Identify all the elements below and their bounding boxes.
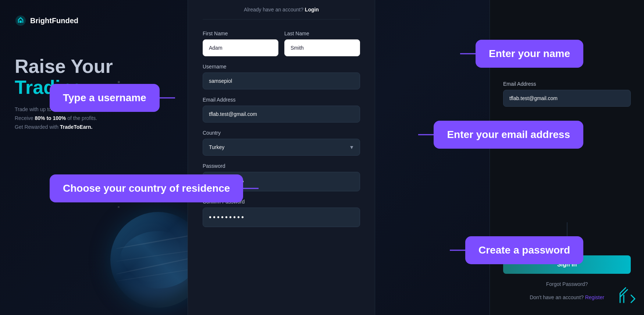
- country-select[interactable]: Turkey United States United Kingdom Germ…: [203, 139, 360, 156]
- username-label: Username: [203, 64, 360, 70]
- tooltip-create-password: Create a password: [465, 236, 583, 264]
- logo-icon: [15, 15, 26, 26]
- login-email-input[interactable]: [503, 90, 631, 107]
- last-name-group: Last Name: [284, 31, 360, 56]
- username-group: Username: [203, 64, 360, 89]
- email-input[interactable]: [203, 106, 360, 123]
- last-name-input[interactable]: [284, 39, 360, 56]
- last-name-label: Last Name: [284, 31, 360, 36]
- bottom-right-icon: [618, 286, 637, 308]
- tooltip-enter-email: Enter your email address: [434, 121, 583, 149]
- hero-title-white: Raise Your: [15, 56, 113, 77]
- login-link[interactable]: Login: [305, 7, 319, 13]
- left-panel: BrightFunded Raise Your Trading Trade wi…: [0, 0, 188, 315]
- email-label: Email Address: [203, 97, 360, 103]
- password-label: Password: [203, 163, 360, 169]
- register-form-panel: Already have an account? Login First Nam…: [188, 0, 375, 315]
- country-group: Country Turkey United States United King…: [203, 130, 360, 156]
- tooltip-choose-country: Choose your country of residence: [50, 174, 243, 202]
- country-label: Country: [203, 130, 360, 136]
- email-group: Email Address: [203, 97, 360, 123]
- connector-enter-email: [418, 134, 434, 135]
- first-name-input[interactable]: [203, 39, 278, 56]
- connector-type-username: [160, 98, 175, 99]
- connector-enter-name: [460, 53, 476, 54]
- confirm-password-input[interactable]: [203, 208, 360, 227]
- logo-text: BrightFunded: [30, 17, 78, 25]
- logo-area: BrightFunded: [15, 15, 173, 26]
- register-link[interactable]: Register: [585, 294, 604, 300]
- login-email-label: Email Address: [503, 81, 631, 87]
- first-name-group: First Name: [203, 31, 278, 56]
- forgot-password-link[interactable]: Forgot Password?: [503, 281, 631, 287]
- first-name-label: First Name: [203, 31, 278, 36]
- name-row: First Name Last Name: [203, 31, 360, 56]
- connector-create-password: [450, 250, 465, 251]
- username-input[interactable]: [203, 72, 360, 89]
- connector-choose-country: [243, 188, 259, 189]
- tooltip-type-username: Type a username: [50, 84, 160, 112]
- country-select-wrapper: Turkey United States United Kingdom Germ…: [203, 139, 360, 156]
- tooltip-enter-name: Enter your name: [476, 40, 583, 68]
- already-account-bar: Already have an account? Login: [203, 0, 360, 20]
- svg-rect-1: [19, 21, 22, 23]
- confirm-password-group: Confirm Password: [203, 199, 360, 227]
- register-line: Don't have an account? Register: [503, 294, 631, 300]
